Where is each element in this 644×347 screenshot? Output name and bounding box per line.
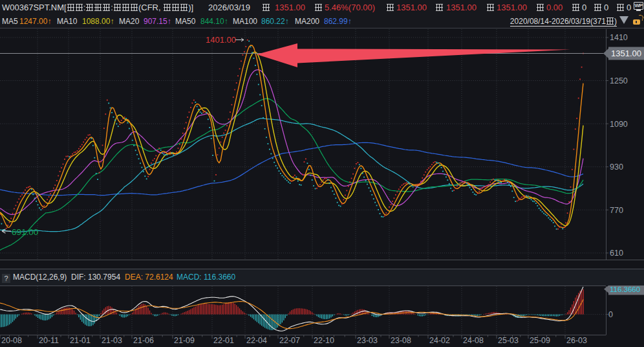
svg-text:116.3660: 116.3660 bbox=[610, 285, 640, 293]
svg-text:21-09: 21-09 bbox=[174, 336, 195, 345]
svg-text:20-08: 20-08 bbox=[1, 336, 22, 345]
svg-text:21-01: 21-01 bbox=[70, 336, 91, 345]
svg-text:24-08: 24-08 bbox=[463, 336, 484, 345]
svg-text:22-01: 22-01 bbox=[213, 336, 234, 345]
svg-text:691.00: 691.00 bbox=[12, 227, 38, 237]
svg-text:770: 770 bbox=[610, 206, 623, 215]
svg-text:23-08: 23-08 bbox=[391, 336, 411, 345]
svg-text:26-03: 26-03 bbox=[566, 336, 587, 345]
svg-text:1250: 1250 bbox=[610, 76, 628, 85]
svg-text:930: 930 bbox=[610, 162, 623, 172]
svg-text:25-09: 25-09 bbox=[530, 336, 550, 345]
svg-text:22-04: 22-04 bbox=[246, 336, 267, 345]
svg-text:1401.00: 1401.00 bbox=[206, 35, 236, 45]
svg-text:23-03: 23-03 bbox=[357, 336, 378, 345]
svg-text:0: 0 bbox=[608, 310, 613, 319]
svg-text:1351.00: 1351.00 bbox=[611, 49, 641, 58]
svg-text:24-02: 24-02 bbox=[429, 336, 450, 345]
svg-text:21-06: 21-06 bbox=[133, 336, 154, 345]
svg-text:1090: 1090 bbox=[610, 120, 628, 129]
svg-text:25-03: 25-03 bbox=[498, 336, 519, 345]
svg-text:22-10: 22-10 bbox=[314, 336, 334, 345]
svg-text:1410: 1410 bbox=[610, 33, 628, 42]
svg-text:610: 610 bbox=[610, 249, 623, 258]
svg-text:22-07: 22-07 bbox=[279, 336, 300, 345]
svg-text:20-11: 20-11 bbox=[39, 336, 59, 345]
svg-text:21-03: 21-03 bbox=[102, 336, 122, 345]
